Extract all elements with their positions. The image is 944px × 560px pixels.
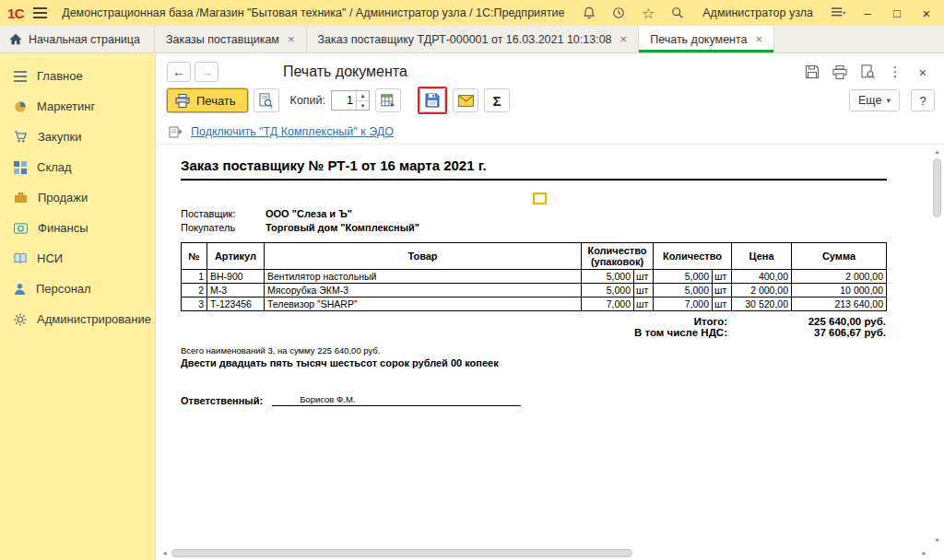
preview-button[interactable] bbox=[254, 88, 279, 112]
chevron-down-icon: ▾ bbox=[886, 96, 891, 105]
preview-header-icon[interactable] bbox=[856, 62, 879, 82]
copies-decrement-icon[interactable]: ▾ bbox=[357, 100, 369, 111]
supplier-label: Поставщик: bbox=[181, 208, 266, 219]
save-floppy-icon bbox=[425, 93, 440, 108]
home-icon bbox=[9, 33, 22, 45]
banknote-icon bbox=[14, 223, 28, 234]
scroll-right-icon[interactable]: ▸ bbox=[919, 548, 929, 558]
service-menu-icon[interactable] bbox=[826, 2, 850, 24]
buyer-row: Покупатель Торговый дом "Комплексный" bbox=[181, 222, 887, 233]
table-row[interactable]: 1 ВН-900 Вентилятор настольный 5,000шт 5… bbox=[182, 270, 887, 284]
briefcase-icon bbox=[14, 192, 28, 204]
sidebar-item-personnel[interactable]: Персонал bbox=[0, 274, 155, 304]
sidebar-item-sales[interactable]: Продажи bbox=[0, 182, 155, 213]
save-button[interactable] bbox=[419, 88, 445, 112]
vat-label: В том числе НДС: bbox=[634, 327, 727, 338]
tab-label: Заказ поставщику ТДРТ-000001 от 16.03.20… bbox=[318, 33, 612, 46]
col-article: Артикул bbox=[207, 243, 265, 270]
sidebar-item-finance[interactable]: Финансы bbox=[0, 213, 155, 243]
book-icon bbox=[14, 252, 27, 264]
tab-close-icon[interactable]: × bbox=[288, 32, 295, 46]
search-icon[interactable] bbox=[666, 2, 690, 24]
document-title: Заказ поставщику № РТ-1 от 16 марта 2021… bbox=[181, 158, 887, 181]
tab-close-icon[interactable]: × bbox=[756, 32, 763, 46]
tab-home[interactable]: Начальная страница bbox=[0, 26, 155, 52]
sidebar-item-label: Склад bbox=[37, 160, 72, 174]
kebab-menu-icon[interactable]: ⋮ bbox=[883, 62, 907, 82]
scroll-down-icon[interactable]: ▾ bbox=[932, 535, 942, 545]
save-settings-icon[interactable] bbox=[800, 62, 824, 82]
tab-label: Начальная страница bbox=[29, 33, 140, 46]
history-icon[interactable] bbox=[607, 2, 631, 24]
1c-logo: 1С bbox=[7, 6, 24, 20]
col-qty-pack: Количество (упаковок) bbox=[582, 243, 654, 270]
sidebar-item-label: Финансы bbox=[38, 221, 88, 235]
sum-button[interactable]: Σ bbox=[484, 88, 510, 112]
scroll-left-icon[interactable]: ◂ bbox=[159, 548, 170, 558]
print-button[interactable]: Печать bbox=[167, 88, 248, 112]
current-user[interactable]: Администратор узла bbox=[702, 6, 813, 19]
print-header-icon[interactable] bbox=[828, 62, 852, 82]
tab-supplier-orders[interactable]: Заказы поставщикам × bbox=[155, 26, 307, 52]
edo-icon bbox=[169, 125, 183, 138]
tab-close-icon[interactable]: × bbox=[620, 32, 628, 46]
sidebar-item-label: Закупки bbox=[38, 130, 81, 144]
supplier-value: ООО "Слеза и Ъ" bbox=[266, 208, 352, 219]
total-value: 225 640,00 руб. bbox=[727, 316, 886, 327]
print-toolbar: Печать Копий: ▴ ▾ bbox=[156, 87, 944, 120]
more-button[interactable]: Еще ▾ bbox=[849, 89, 900, 111]
sidebar-item-main[interactable]: Главное bbox=[0, 61, 155, 91]
tab-print-document[interactable]: Печать документа × bbox=[639, 26, 774, 52]
scroll-up-icon[interactable]: ▴ bbox=[932, 146, 942, 157]
goods-table[interactable]: № Артикул Товар Количество (упаковок) Ко… bbox=[181, 242, 887, 311]
pie-chart-icon bbox=[14, 100, 27, 113]
sidebar-item-label: Персонал bbox=[36, 282, 91, 296]
sidebar-item-administration[interactable]: Администрирование bbox=[0, 304, 155, 334]
forward-button[interactable]: → bbox=[195, 62, 218, 82]
printer-icon bbox=[175, 94, 190, 108]
table-row[interactable]: 3 Т-123456 Телевизор "SHARP" 7,000шт 7,0… bbox=[182, 298, 887, 311]
favorites-star-icon[interactable]: ☆ bbox=[636, 2, 660, 24]
vertical-scroll-thumb[interactable] bbox=[933, 158, 941, 217]
send-email-button[interactable] bbox=[453, 88, 478, 112]
tab-label: Печать документа bbox=[650, 33, 747, 46]
table-settings-button[interactable] bbox=[375, 88, 401, 112]
email-icon bbox=[458, 95, 474, 107]
cart-icon bbox=[14, 131, 28, 143]
sidebar: Главное Маркетинг Закупки Склад Продажи … bbox=[0, 53, 155, 560]
col-sum: Сумма bbox=[792, 243, 887, 270]
preview-icon bbox=[259, 93, 273, 108]
close-window-button[interactable]: × bbox=[914, 2, 938, 24]
copies-increment-icon[interactable]: ▴ bbox=[357, 91, 369, 100]
close-form-icon[interactable]: × bbox=[911, 62, 935, 82]
edo-connect-link[interactable]: Подключить "ТД Комплексный" к ЭДО bbox=[191, 125, 394, 138]
table-row[interactable]: 2 М-3 Мясорубка ЭКМ-3 5,000шт 5,000шт 2 … bbox=[182, 284, 887, 298]
sidebar-item-label: Администрирование bbox=[37, 312, 151, 326]
vertical-scrollbar[interactable]: ▴ ▾ bbox=[932, 146, 942, 545]
horizontal-scroll-thumb[interactable] bbox=[171, 549, 632, 557]
print-button-label: Печать bbox=[196, 94, 236, 108]
amount-in-words: Двести двадцать пять тысяч шестьсот соро… bbox=[181, 357, 887, 368]
print-preview-area: Заказ поставщику № РТ-1 от 16 марта 2021… bbox=[156, 144, 944, 560]
person-icon bbox=[14, 283, 26, 295]
sidebar-item-marketing[interactable]: Маркетинг bbox=[0, 91, 155, 122]
list-icon bbox=[14, 71, 27, 82]
copies-input[interactable] bbox=[332, 91, 356, 110]
titlebar: 1С Демонстрационная база /Магазин "Бытов… bbox=[0, 0, 944, 26]
responsible-name: Борисов Ф.М. bbox=[300, 394, 355, 404]
sidebar-item-warehouse[interactable]: Склад bbox=[0, 152, 155, 182]
tab-supplier-order-document[interactable]: Заказ поставщику ТДРТ-000001 от 16.03.20… bbox=[307, 26, 640, 52]
horizontal-scrollbar[interactable]: ◂ ▸ bbox=[159, 548, 929, 558]
page-header: ← → Печать документа ⋮ × bbox=[156, 53, 944, 87]
sidebar-item-nsi[interactable]: НСИ bbox=[0, 243, 155, 274]
main-menu-burger-icon[interactable] bbox=[30, 7, 51, 18]
col-num: № bbox=[182, 243, 207, 270]
goods-header-row: № Артикул Товар Количество (упаковок) Ко… bbox=[182, 243, 887, 270]
notifications-bell-icon[interactable] bbox=[577, 2, 601, 24]
help-button[interactable]: ? bbox=[911, 89, 935, 111]
responsible-label: Ответственный: bbox=[181, 395, 263, 406]
sidebar-item-purchases[interactable]: Закупки bbox=[0, 122, 155, 152]
maximize-button[interactable]: □ bbox=[885, 2, 909, 24]
minimize-button[interactable]: – bbox=[856, 2, 879, 24]
back-button[interactable]: ← bbox=[167, 62, 191, 82]
